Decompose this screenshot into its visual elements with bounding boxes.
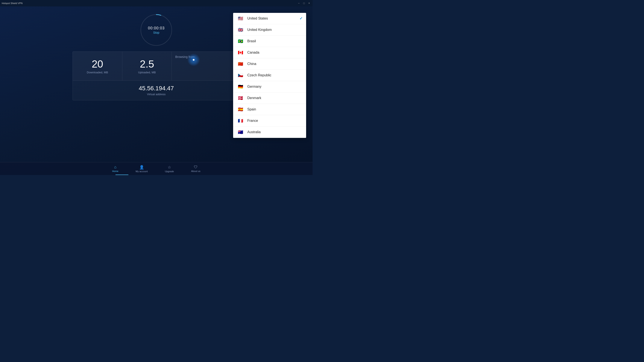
country-flag-8: 🇪🇸: [236, 107, 244, 112]
home-icon: ⌂: [114, 165, 116, 169]
bottom-nav: ⌂ Home 👤 My account ☆ Upgrade 🛡 About us: [0, 162, 312, 175]
timer-container: 00:00:03 Stop: [139, 13, 174, 47]
downloaded-value: 20: [77, 58, 118, 70]
nav-about-label: About us: [191, 170, 200, 172]
maximize-button[interactable]: □: [302, 1, 306, 5]
country-item[interactable]: 🇫🇷 France: [233, 115, 306, 126]
selected-check: ✓: [300, 16, 303, 21]
downloaded-label: Downloaded, MB: [77, 71, 118, 74]
nav-home[interactable]: ⌂ Home: [110, 164, 120, 173]
nav-active-indicator: [116, 175, 128, 175]
country-item[interactable]: 🇧🇷 Brasil: [233, 35, 306, 47]
nav-upgrade[interactable]: ☆ Upgrade: [163, 164, 176, 173]
app-title: Hotspot Shield VPN: [2, 2, 22, 4]
country-flag-5: 🇨🇿: [236, 73, 244, 78]
nav-home-label: Home: [112, 170, 118, 172]
stats-area: 20 Downloaded, MB 2.5 Uploaded, MB Brows…: [72, 51, 240, 100]
country-name-6: Germany: [247, 85, 303, 89]
title-bar: Hotspot Shield VPN − □ ×: [0, 0, 312, 6]
country-name-8: Spain: [247, 107, 303, 111]
country-name-10: Australia: [247, 130, 303, 134]
ip-address: 45.56.194.47: [77, 85, 236, 92]
country-name-0: United States: [247, 16, 300, 20]
country-item[interactable]: 🇨🇿 Czech Republic: [233, 70, 306, 81]
country-name-3: Canada: [247, 51, 303, 54]
nav-my-account[interactable]: 👤 My account: [134, 164, 150, 173]
browsing-label: Browsing from:: [175, 55, 236, 58]
country-item[interactable]: 🇨🇦 Canada: [233, 47, 306, 58]
country-flag-6: 🇩🇪: [236, 84, 244, 89]
country-flag-10: 🇦🇺: [236, 129, 244, 135]
uploaded-label: Uploaded, MB: [127, 71, 168, 74]
country-flag-3: 🇨🇦: [236, 50, 244, 55]
window-controls: − □ ×: [297, 1, 311, 5]
stop-button[interactable]: Stop: [148, 31, 165, 34]
country-item[interactable]: 🇪🇸 Spain: [233, 104, 306, 115]
downloaded-stat: 20 Downloaded, MB: [73, 52, 122, 80]
country-dropdown: 🇺🇸 United States ✓ 🇬🇧 United Kingdom 🇧🇷 …: [233, 13, 306, 138]
country-item[interactable]: 🇬🇧 United Kingdom: [233, 24, 306, 35]
location-glow: [187, 53, 200, 66]
ip-section: 45.56.194.47 Virtual address: [72, 81, 240, 100]
country-name-7: Denmark: [247, 96, 303, 100]
country-name-9: France: [247, 119, 303, 123]
minimize-button[interactable]: −: [297, 1, 300, 5]
country-flag-7: 🇩🇰: [236, 95, 244, 101]
country-flag-0: 🇺🇸: [236, 16, 244, 21]
country-name-1: United Kingdom: [247, 28, 303, 32]
country-name-4: China: [247, 62, 303, 66]
country-item[interactable]: 🇨🇳 China: [233, 58, 306, 70]
about-icon: 🛡: [194, 165, 198, 169]
close-button[interactable]: ×: [308, 1, 311, 5]
stats-top-row: 20 Downloaded, MB 2.5 Uploaded, MB Brows…: [72, 51, 240, 81]
nav-about[interactable]: 🛡 About us: [189, 164, 202, 173]
map-stat: Browsing from:: [172, 52, 240, 80]
location-dot: [193, 59, 194, 61]
country-flag-1: 🇬🇧: [236, 27, 244, 32]
account-icon: 👤: [139, 165, 144, 170]
country-list: 🇺🇸 United States ✓ 🇬🇧 United Kingdom 🇧🇷 …: [233, 13, 306, 138]
nav-upgrade-label: Upgrade: [165, 170, 174, 173]
uploaded-stat: 2.5 Uploaded, MB: [122, 52, 172, 80]
upgrade-icon: ☆: [168, 165, 171, 170]
uploaded-value: 2.5: [127, 58, 168, 70]
country-flag-9: 🇫🇷: [236, 118, 244, 123]
main-content: 00:00:03 Stop 20 Downloaded, MB 2.5 Uplo…: [0, 6, 312, 175]
timer-display: 00:00:03: [148, 26, 165, 30]
country-item[interactable]: 🇦🇺 Australia: [233, 126, 306, 138]
country-item[interactable]: 🇩🇰 Denmark: [233, 92, 306, 104]
country-name-2: Brasil: [247, 39, 303, 43]
country-item[interactable]: 🇩🇪 Germany: [233, 81, 306, 92]
country-flag-4: 🇨🇳: [236, 61, 244, 66]
country-flag-2: 🇧🇷: [236, 39, 244, 44]
nav-account-label: My account: [136, 170, 148, 173]
country-name-5: Czech Republic: [247, 73, 303, 77]
timer-text: 00:00:03 Stop: [148, 26, 165, 34]
country-item[interactable]: 🇺🇸 United States ✓: [233, 13, 306, 24]
ip-label: Virtual address: [77, 93, 236, 96]
